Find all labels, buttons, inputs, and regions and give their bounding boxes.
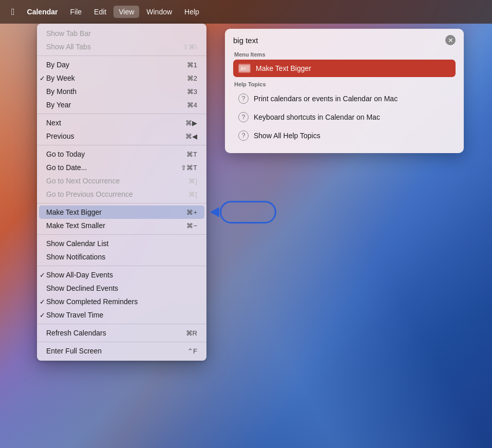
menubar-edit[interactable]: Edit xyxy=(89,6,111,18)
menu-item-label: By Day xyxy=(46,61,69,69)
checkmark-icon: ✓ xyxy=(40,74,45,82)
menubar-view[interactable]: View xyxy=(113,6,139,18)
menu-item-shortcut: ⌘− xyxy=(186,222,197,230)
menu-item-by-week[interactable]: ✓ By Week ⌘2 xyxy=(37,71,206,85)
menu-item-make-text-smaller[interactable]: Make Text Smaller ⌘− xyxy=(37,219,206,232)
menu-item-go-to-next-occurrence[interactable]: Go to Next Occurrence ⌘] xyxy=(37,174,206,188)
result-label: Make Text Bigger xyxy=(256,64,311,72)
menu-item-label: Show Completed Reminders xyxy=(46,297,138,306)
menu-item-go-to-prev-occurrence[interactable]: Go to Previous Occurrence ⌘[ xyxy=(37,188,206,201)
menu-item-show-calendar-list[interactable]: Show Calendar List xyxy=(37,237,206,250)
menu-item-label: Enter Full Screen xyxy=(46,347,102,355)
menubar-window[interactable]: Window xyxy=(141,6,177,18)
menu-separator xyxy=(37,203,206,203)
help-icon: ? xyxy=(238,112,249,122)
menu-item-show-travel-time[interactable]: ✓ Show Travel Time xyxy=(37,308,206,322)
menu-item-label: Go to Date... xyxy=(46,163,87,172)
menu-item-by-day[interactable]: By Day ⌘1 xyxy=(37,58,206,71)
search-input[interactable]: big text xyxy=(233,36,441,45)
help-topics-section-label: Help Topics xyxy=(233,81,456,87)
menu-item-enter-full-screen[interactable]: Enter Full Screen ⌃F xyxy=(37,344,206,358)
view-dropdown-menu: Show Tab Bar Show All Tabs ⇧⌘\ By Day ⌘1… xyxy=(37,24,206,361)
menu-separator xyxy=(37,234,206,235)
menu-item-make-text-bigger[interactable]: Make Text Bigger ⌘+ xyxy=(39,206,204,219)
menu-item-shortcut: ⌘1 xyxy=(187,61,197,69)
menu-item-shortcut: ⌘T xyxy=(186,151,197,158)
clear-icon: ✕ xyxy=(448,36,453,44)
menubar-file[interactable]: File xyxy=(65,6,87,18)
help-icon: ? xyxy=(238,130,249,141)
menu-item-label: Show All-Day Events xyxy=(46,271,113,279)
menu-item-shortcut: ⌘3 xyxy=(187,88,197,96)
menu-item-shortcut: ⌘[ xyxy=(188,191,197,198)
apple-menu-item[interactable]:  xyxy=(6,5,20,20)
search-clear-button[interactable]: ✕ xyxy=(445,35,456,45)
menu-item-shortcut: ⇧⌘\ xyxy=(183,43,197,51)
menu-item-label: Show Calendar List xyxy=(46,239,108,248)
menu-item-shortcut: ⌘R xyxy=(186,329,197,337)
menu-item-show-notifications[interactable]: Show Notifications xyxy=(37,250,206,264)
arrow-pointer xyxy=(220,201,276,223)
help-item-label: Keyboard shortcuts in Calendar on Mac xyxy=(254,113,380,121)
menu-item-label: Show All Tabs xyxy=(46,43,91,51)
menu-item-show-all-day-events[interactable]: ✓ Show All-Day Events xyxy=(37,268,206,282)
menu-item-shortcut: ⇧⌘T xyxy=(181,164,197,172)
checkmark-icon: ✓ xyxy=(40,298,45,306)
menu-item-label: By Year xyxy=(46,101,71,109)
menu-item-shortcut: ⌘4 xyxy=(187,101,197,109)
checkmark-icon: ✓ xyxy=(40,271,45,279)
help-item-show-all-help-topics[interactable]: ? Show All Help Topics xyxy=(233,126,456,145)
menu-item-go-to-date[interactable]: Go to Date... ⇧⌘T xyxy=(37,161,206,174)
menu-item-by-year[interactable]: By Year ⌘4 xyxy=(37,98,206,111)
menu-item-label: By Week xyxy=(46,74,75,82)
help-icon: ? xyxy=(238,94,249,104)
menu-item-label: Show Tab Bar xyxy=(46,29,91,38)
menu-item-shortcut: ⌘+ xyxy=(186,209,197,216)
menu-item-shortcut: ⌘] xyxy=(188,177,197,185)
search-result-make-text-bigger[interactable]: A+ Make Text Bigger xyxy=(233,60,456,77)
menu-item-previous[interactable]: Previous ⌘◀ xyxy=(37,129,206,143)
menubar-help[interactable]: Help xyxy=(179,6,204,18)
menu-separator xyxy=(37,266,206,266)
menu-separator xyxy=(37,324,206,324)
menu-item-shortcut: ⌘▶ xyxy=(185,119,197,127)
menu-item-label: Refresh Calendars xyxy=(46,329,106,337)
checkmark-icon: ✓ xyxy=(40,311,45,319)
menu-separator xyxy=(37,145,206,145)
menu-item-by-month[interactable]: By Month ⌘3 xyxy=(37,85,206,98)
menu-item-label: Previous xyxy=(46,132,74,140)
menu-item-shortcut: ⌘2 xyxy=(187,74,197,82)
menu-item-show-completed-reminders[interactable]: ✓ Show Completed Reminders xyxy=(37,295,206,308)
help-item-label: Show All Help Topics xyxy=(254,132,320,140)
menu-item-go-to-today[interactable]: Go to Today ⌘T xyxy=(37,147,206,161)
menu-item-label: Show Declined Events xyxy=(46,284,118,292)
menu-separator xyxy=(37,55,206,56)
menu-item-label: By Month xyxy=(46,87,77,96)
menu-item-label: Make Text Bigger xyxy=(46,208,102,216)
menu-item-label: Go to Previous Occurrence xyxy=(46,190,133,198)
svg-text:A+: A+ xyxy=(241,66,246,71)
search-popup: big text ✕ Menu Items A+ Make Text Bigge… xyxy=(225,29,464,153)
menubar-calendar[interactable]: Calendar xyxy=(22,6,63,18)
result-icon: A+ xyxy=(238,64,251,73)
menu-item-label: Make Text Smaller xyxy=(46,221,105,230)
menu-item-next[interactable]: Next ⌘▶ xyxy=(37,116,206,129)
menu-item-label: Go to Next Occurrence xyxy=(46,177,120,185)
menu-item-show-all-tabs[interactable]: Show All Tabs ⇧⌘\ xyxy=(37,40,206,53)
menu-item-label: Next xyxy=(46,119,61,127)
menu-item-refresh-calendars[interactable]: Refresh Calendars ⌘R xyxy=(37,326,206,340)
menu-item-label: Show Travel Time xyxy=(46,311,103,319)
menu-item-label: Show Notifications xyxy=(46,253,105,261)
menu-item-show-tab-bar[interactable]: Show Tab Bar xyxy=(37,27,206,40)
menu-item-shortcut: ⌃F xyxy=(187,347,197,355)
menu-item-show-declined-events[interactable]: Show Declined Events xyxy=(37,282,206,295)
search-input-row: big text ✕ xyxy=(233,35,456,45)
help-item-keyboard-shortcuts[interactable]: ? Keyboard shortcuts in Calendar on Mac xyxy=(233,108,456,126)
help-item-print[interactable]: ? Print calendars or events in Calendar … xyxy=(233,89,456,108)
help-item-label: Print calendars or events in Calendar on… xyxy=(254,95,398,103)
menu-separator xyxy=(37,114,206,114)
menubar:  Calendar File Edit View Window Help xyxy=(0,0,492,24)
menu-items-section-label: Menu Items xyxy=(233,51,456,58)
menu-item-label: Go to Today xyxy=(46,150,85,158)
menu-separator xyxy=(37,342,206,342)
